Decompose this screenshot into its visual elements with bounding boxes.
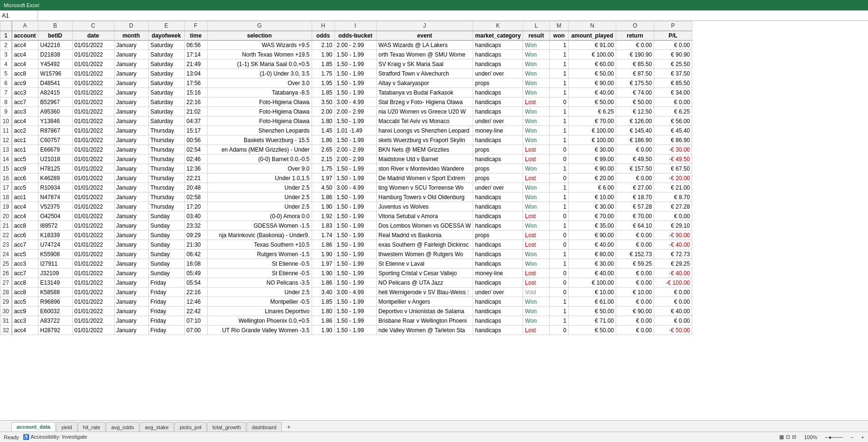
table-cell[interactable]: Won [523, 297, 550, 307]
table-cell[interactable]: Montpellier -0.5 [207, 297, 312, 307]
table-cell[interactable]: handicaps [473, 97, 523, 107]
table-cell[interactable]: 21:49 [184, 59, 207, 69]
table-cell[interactable]: Under 2.5 [207, 288, 312, 297]
table-cell[interactable]: Lost [523, 278, 550, 288]
table-cell[interactable]: Won [523, 50, 550, 59]
table-cell[interactable]: € 186.90 [616, 135, 654, 145]
table-cell[interactable]: 16 [0, 173, 12, 183]
table-cell[interactable]: 28 [0, 288, 12, 297]
table-cell[interactable]: Won [523, 88, 550, 97]
table-cell[interactable]: handicaps [473, 316, 523, 326]
table-cell[interactable]: 1.50 - 1.99 [334, 326, 376, 335]
table-cell[interactable]: -€ 30.00 [654, 145, 692, 154]
table-cell[interactable]: 0 [550, 288, 569, 297]
table-cell[interactable]: January [114, 202, 148, 211]
table-cell[interactable]: acc8 [12, 288, 38, 297]
table-cell[interactable]: Won [523, 259, 550, 269]
table-cell[interactable]: 1.45 [312, 126, 334, 135]
table-cell[interactable]: 1.50 - 1.99 [334, 297, 376, 307]
table-cell[interactable]: 1 [550, 259, 569, 269]
table-cell[interactable]: 1.86 [312, 135, 334, 145]
table-cell[interactable]: Won [523, 183, 550, 192]
table-cell[interactable]: 1.74 [312, 231, 334, 240]
table-cell[interactable]: 1.75 [312, 69, 334, 78]
table-cell[interactable]: 5 [0, 69, 12, 78]
col-header-p[interactable]: P [654, 21, 692, 31]
zoom-slider[interactable]: ─●─── [825, 434, 843, 440]
table-cell[interactable]: en Adams (MEM Grizzlies) - Under [207, 145, 312, 154]
table-cell[interactable]: Real Madrid vs Baskonia [376, 231, 473, 240]
table-cell[interactable]: props [473, 173, 523, 183]
table-cell[interactable]: 12:46 [184, 297, 207, 307]
table-cell[interactable]: € 0.00 [616, 240, 654, 250]
table-cell[interactable]: 0 [550, 173, 569, 183]
tab-avg-odds[interactable]: avg_odds [106, 422, 139, 432]
table-cell[interactable]: 1.50 - 1.99 [334, 135, 376, 145]
table-cell[interactable]: 1 [550, 88, 569, 97]
col-header-l[interactable]: L [523, 21, 550, 31]
table-cell[interactable]: € 29.10 [654, 221, 692, 231]
table-cell[interactable]: orth Texas Women @ SMU Wome [376, 50, 473, 59]
table-cell[interactable]: props [473, 231, 523, 240]
table-cell[interactable]: Tatabanya vs Budai Farkasok [376, 88, 473, 97]
table-cell[interactable]: 1 [550, 107, 569, 116]
table-cell[interactable]: January [114, 288, 148, 297]
table-cell[interactable]: Under 1.0,1.5 [207, 173, 312, 183]
table-cell[interactable]: 1.86 [312, 278, 334, 288]
table-cell[interactable]: € 70.00 [569, 211, 616, 221]
table-cell[interactable]: 21:30 [184, 240, 207, 250]
grid-container[interactable]: A B C D E F G H I J K L M N O P [0, 21, 868, 420]
table-cell[interactable]: Friday [148, 326, 184, 335]
tab-hit-rate[interactable]: hit_rate [78, 422, 106, 432]
table-cell[interactable]: exas Southern @ Fairleigh Dickinsc [376, 240, 473, 250]
table-cell[interactable]: 23:32 [184, 221, 207, 231]
table-cell[interactable]: A83722 [38, 316, 72, 326]
table-cell[interactable]: € 30.00 [569, 259, 616, 269]
table-cell[interactable]: 1.50 - 1.99 [334, 250, 376, 259]
table-cell[interactable]: € 90.00 [569, 231, 616, 240]
table-cell[interactable]: Linares Deportivo [207, 307, 312, 316]
table-cell[interactable]: D48541 [38, 78, 72, 88]
table-cell[interactable]: January [114, 78, 148, 88]
table-cell[interactable]: 13:04 [184, 69, 207, 78]
col-header-f[interactable]: F [184, 21, 207, 31]
table-cell[interactable]: 1.50 - 1.99 [334, 269, 376, 278]
table-cell[interactable]: -€ 100.00 [654, 278, 692, 288]
table-cell[interactable]: GDESSA Women -1.5 [207, 221, 312, 231]
col-header-e[interactable]: E [148, 21, 184, 31]
table-cell[interactable]: January [114, 59, 148, 69]
table-cell[interactable]: € 90.00 [569, 78, 616, 88]
table-cell[interactable]: January [114, 107, 148, 116]
table-cell[interactable]: € 18.70 [616, 192, 654, 202]
table-cell[interactable]: € 0.00 [616, 297, 654, 307]
table-cell[interactable]: Won [523, 250, 550, 259]
table-cell[interactable]: Lost [523, 326, 550, 335]
table-cell[interactable]: acc4 [12, 40, 38, 50]
table-cell[interactable]: 06:42 [184, 250, 207, 259]
table-cell[interactable]: props [473, 145, 523, 154]
table-cell[interactable]: Won [523, 316, 550, 326]
table-cell[interactable]: € 0.00 [616, 269, 654, 278]
table-cell[interactable]: 11 [0, 126, 12, 135]
table-cell[interactable]: 21:02 [184, 107, 207, 116]
table-cell[interactable]: € 37.50 [654, 69, 692, 78]
table-cell[interactable]: 01/01/2022 [72, 326, 114, 335]
table-cell[interactable]: 1.50 - 1.99 [334, 164, 376, 173]
table-cell[interactable]: 0 [550, 326, 569, 335]
table-cell[interactable]: handicaps [473, 88, 523, 97]
table-cell[interactable]: € 74.00 [616, 88, 654, 97]
table-cell[interactable]: 1.85 [312, 297, 334, 307]
table-cell[interactable]: € 34.00 [654, 88, 692, 97]
table-cell[interactable]: 01/01/2022 [72, 211, 114, 221]
table-cell[interactable]: January [114, 40, 148, 50]
table-cell[interactable]: € 0.00 [616, 231, 654, 240]
table-cell[interactable]: Maccabi Tel Aviv vs Monaco [376, 116, 473, 126]
table-cell[interactable]: € 6.25 [569, 107, 616, 116]
table-cell[interactable]: 1.90 [312, 202, 334, 211]
table-cell[interactable]: St Etienne v Laval [376, 259, 473, 269]
page-layout-icon[interactable]: ⊡ [786, 434, 790, 440]
table-cell[interactable]: 20 [0, 211, 12, 221]
table-cell[interactable]: 3.00 - 4.99 [334, 288, 376, 297]
table-cell[interactable]: € 10.00 [569, 288, 616, 297]
table-cell[interactable]: Sunday [148, 269, 184, 278]
